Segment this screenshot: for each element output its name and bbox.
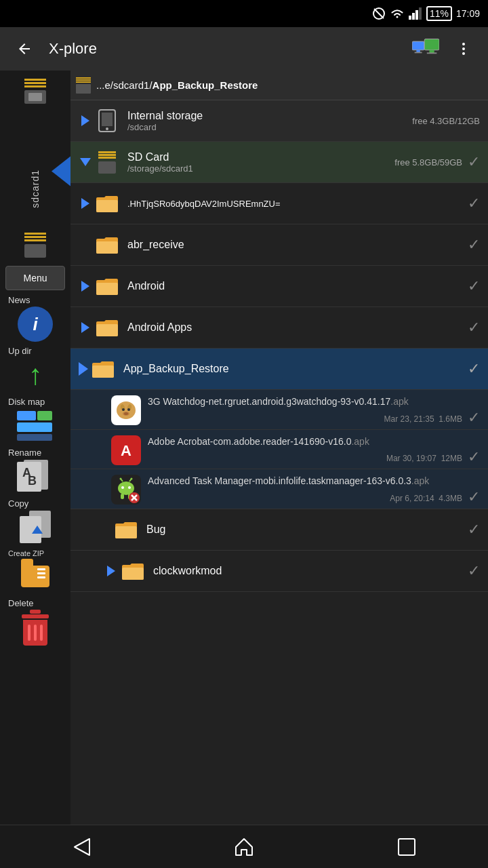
app-file-1[interactable]: A Adobe Acrobat-com.adobe.reader-141690-… bbox=[70, 430, 488, 470]
updir-button[interactable]: Up dir ↑ bbox=[5, 346, 65, 393]
folder-icon-2 bbox=[92, 271, 122, 301]
expand-2 bbox=[79, 279, 92, 293]
folder-clockwork[interactable]: clockworkmod ✓ bbox=[70, 551, 488, 592]
nav-home-button[interactable] bbox=[224, 827, 264, 867]
more-options-button[interactable] bbox=[450, 35, 477, 62]
internal-storage-free: free 4.3GB/12GB bbox=[412, 116, 480, 126]
folder-item-0[interactable]: .HhTjqSRo6dybqDAV2ImUSREmnZU= ✓ bbox=[70, 183, 488, 224]
svg-point-30 bbox=[124, 412, 128, 415]
svg-point-36 bbox=[128, 486, 131, 489]
sdcard-name: SD Card bbox=[127, 151, 389, 163]
createzip-label: Create ZIP bbox=[5, 549, 44, 557]
svg-point-14 bbox=[462, 52, 465, 55]
svg-rect-16 bbox=[102, 113, 113, 126]
svg-rect-2 bbox=[409, 16, 411, 20]
expand-3 bbox=[79, 321, 92, 334]
network-button[interactable] bbox=[412, 35, 439, 62]
internal-storage-item[interactable]: Internal storage /sdcard free 4.3GB/12GB bbox=[70, 100, 488, 142]
svg-rect-46 bbox=[115, 526, 137, 538]
internal-storage-sub: /sdcard bbox=[127, 122, 407, 132]
folder-text-0: .HhTjqSRo6dybqDAV2ImUSREmnZU= bbox=[122, 199, 462, 209]
rename-label: Rename bbox=[5, 448, 41, 458]
updir-label: Up dir bbox=[5, 346, 32, 356]
back-button[interactable] bbox=[11, 35, 38, 62]
expand-0 bbox=[79, 197, 92, 210]
svg-rect-4 bbox=[415, 10, 418, 20]
path-prefix: ...e/sdcard1/ bbox=[96, 79, 152, 91]
sidebar: sdcard1 Menu News i Up dir bbox=[0, 71, 70, 825]
delete-button[interactable]: Delete bbox=[5, 598, 65, 645]
watchdog-name: 3G Watchdog-net.rgruet.android.g3watchdo… bbox=[148, 395, 480, 409]
news-button[interactable]: News i bbox=[5, 295, 65, 342]
svg-rect-21 bbox=[96, 324, 118, 336]
folder-item-3[interactable]: Android Apps ✓ bbox=[70, 307, 488, 349]
folder-item-1[interactable]: abr_receive ✓ bbox=[70, 224, 488, 266]
expand-arrow-4 bbox=[79, 362, 88, 376]
internal-free-text: free 4.3GB/12GB bbox=[412, 116, 480, 126]
svg-rect-47 bbox=[122, 568, 144, 580]
sdcard-item[interactable]: SD Card /storage/sdcard1 free 5.8GB/59GB… bbox=[70, 142, 488, 183]
nav-recent-button[interactable] bbox=[386, 827, 427, 867]
sdcard-panel: sdcard1 bbox=[0, 73, 70, 263]
folder-check-1: ✓ bbox=[468, 236, 480, 254]
svg-rect-19 bbox=[96, 241, 118, 254]
folder-icon-bug bbox=[111, 515, 141, 545]
folder-name-2: Android bbox=[127, 280, 457, 292]
acrobat-meta: Mar 30, 19:07 12MB bbox=[148, 452, 462, 466]
path-bold-part: App_Backup_Restore bbox=[152, 79, 258, 91]
svg-point-35 bbox=[121, 486, 124, 489]
nav-back-button[interactable] bbox=[61, 827, 102, 867]
folder-item-4[interactable]: App_Backup_Restore ✓ bbox=[70, 349, 488, 390]
app-bar: X-plore bbox=[0, 27, 488, 71]
folder-text-4: App_Backup_Restore bbox=[118, 363, 462, 375]
menu-button[interactable]: Menu bbox=[5, 266, 65, 290]
svg-rect-37 bbox=[121, 494, 124, 499]
sdcard-free: free 5.8GB/59GB bbox=[394, 157, 462, 167]
more-vert-icon bbox=[455, 41, 472, 57]
folder-check-bug: ✓ bbox=[468, 521, 480, 538]
copy-label: Copy bbox=[5, 498, 28, 509]
folder-text-1: abr_receive bbox=[122, 239, 462, 251]
diskmap-icon bbox=[16, 408, 54, 443]
updir-icon: ↑ bbox=[16, 357, 54, 393]
internal-storage-text: Internal storage /sdcard bbox=[122, 110, 412, 132]
folder-icon-3 bbox=[92, 313, 122, 342]
folder-check-2: ✓ bbox=[468, 277, 480, 295]
svg-rect-3 bbox=[412, 13, 415, 20]
folder-svg-clockwork bbox=[121, 561, 145, 581]
main-layout: sdcard1 Menu News i Up dir bbox=[0, 71, 488, 825]
menu-label: Menu bbox=[23, 273, 47, 283]
svg-point-42 bbox=[131, 478, 133, 480]
app-file-2[interactable]: Advanced Task Manager-mobi.infolife.task… bbox=[70, 469, 488, 509]
nav-home-icon bbox=[233, 836, 255, 858]
internal-storage-name: Internal storage bbox=[127, 110, 407, 122]
taskmanager-icon bbox=[111, 475, 141, 505]
taskmanager-name: Advanced Task Manager-mobi.infolife.task… bbox=[148, 475, 480, 488]
diskmap-button[interactable]: Disk map bbox=[5, 397, 65, 443]
diskmap-label: Disk map bbox=[5, 397, 45, 407]
folder-item-2[interactable]: Android ✓ bbox=[70, 266, 488, 307]
battery-level: 11% bbox=[430, 8, 449, 19]
copy-button[interactable]: Copy bbox=[5, 498, 65, 545]
expand-arrow-sd bbox=[79, 155, 92, 169]
nav-recent-icon bbox=[396, 836, 418, 858]
acrobat-name: Adobe Acrobat-com.adobe.reader-141690-v1… bbox=[148, 435, 480, 449]
app-file-0[interactable]: 3G Watchdog-net.rgruet.android.g3watchdo… bbox=[70, 390, 488, 430]
svg-point-24 bbox=[117, 401, 136, 419]
no-signal-icon bbox=[372, 7, 386, 20]
rename-button[interactable]: Rename A B bbox=[5, 448, 65, 494]
folder-svg-2 bbox=[95, 276, 119, 296]
folder-name-1: abr_receive bbox=[127, 239, 457, 251]
folder-name-bug: Bug bbox=[146, 524, 457, 536]
expand-arrow-internal bbox=[79, 114, 92, 127]
sdcard-bottom-icon bbox=[24, 233, 46, 258]
createzip-button[interactable]: Create ZIP bbox=[5, 549, 65, 594]
acrobat-svg: A bbox=[111, 435, 141, 465]
news-label: News bbox=[5, 295, 30, 305]
svg-text:A: A bbox=[121, 442, 131, 459]
watchdog-meta: Mar 23, 21:35 1.6MB bbox=[148, 413, 462, 427]
folder-name-3: Android Apps bbox=[127, 321, 457, 334]
folder-bug[interactable]: Bug ✓ bbox=[70, 509, 488, 551]
content-area: ...e/sdcard1/App_Backup_Restore Internal… bbox=[70, 71, 488, 825]
svg-marker-49 bbox=[236, 839, 252, 855]
